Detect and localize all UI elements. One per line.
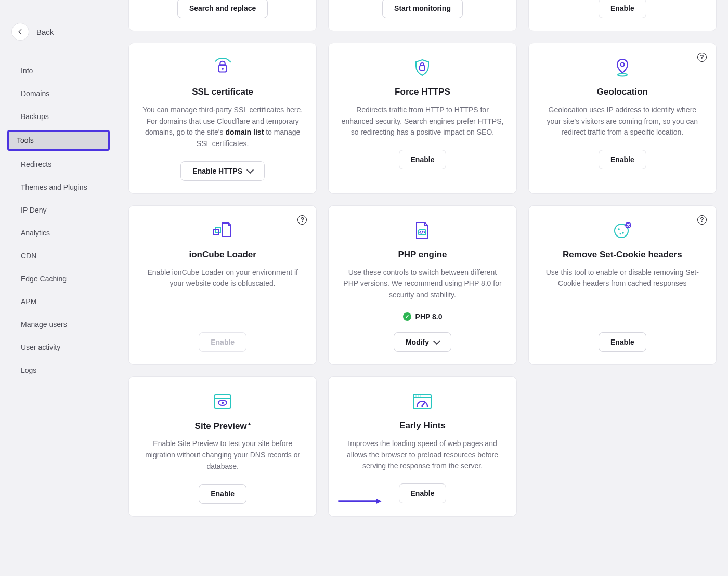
chevron-down-icon: [246, 166, 254, 174]
card-remove-set-cookie: ? Remove Set-Cookie headers Use this too…: [528, 205, 717, 365]
start-monitoring-button[interactable]: Start monitoring: [382, 0, 463, 18]
enable-button[interactable]: Enable: [399, 483, 447, 503]
enable-button: Enable: [199, 332, 246, 352]
card-title: Site Preview▴: [195, 421, 251, 431]
enable-button[interactable]: Enable: [599, 0, 646, 18]
sidebar-item-analytics[interactable]: Analytics: [6, 224, 111, 242]
sidebar-item-info[interactable]: Info: [6, 61, 111, 80]
search-and-replace-button[interactable]: Search and replace: [177, 0, 268, 18]
card-force-https: Force HTTPS Redirects traffic from HTTP …: [328, 43, 516, 194]
card-ssl-certificate: SSL certificate You can manage third-par…: [128, 43, 317, 194]
card-title: Force HTTPS: [395, 87, 450, 97]
card-title: Geolocation: [597, 87, 648, 97]
card-site-preview: Site Preview▴ Enable Site Preview to tes…: [128, 376, 317, 517]
sidebar-item-edge-caching[interactable]: Edge Caching: [6, 269, 111, 288]
card-title: PHP engine: [398, 250, 447, 260]
sidebar-item-apm[interactable]: APM: [6, 292, 111, 311]
svg-rect-2: [420, 66, 425, 70]
modify-button[interactable]: Modify: [394, 332, 451, 352]
back-row: Back: [0, 23, 117, 41]
browser-eye-icon: [213, 391, 232, 411]
card-desc: Enable Site Preview to test your site be…: [141, 438, 304, 472]
enable-button[interactable]: Enable: [599, 332, 646, 352]
map-pin-icon: [615, 58, 630, 77]
sidebar-item-manage-users[interactable]: Manage users: [6, 315, 111, 334]
svg-point-23: [422, 405, 423, 407]
card-desc: You can manage third-party SSL certifica…: [141, 104, 304, 150]
card-monitoring: your website. Use with care as it impact…: [328, 0, 516, 31]
card-geolocation: ? Geolocation Geolocation uses IP addres…: [528, 43, 717, 194]
annotation-arrow-icon: [335, 496, 385, 502]
card-title: SSL certificate: [192, 87, 253, 97]
footnote-marker: ▴: [248, 421, 251, 426]
card-ioncube-loader: ? ionCube Loader Enable ionCube Loader o…: [128, 205, 317, 365]
help-icon[interactable]: ?: [297, 215, 307, 225]
php-version-status: ✓ PHP 8.0: [403, 312, 443, 321]
card-title: Early Hints: [399, 421, 446, 431]
shield-lock-icon: [414, 58, 431, 77]
card-title: ionCube Loader: [189, 250, 256, 260]
card-top-right: Enable: [528, 0, 717, 31]
svg-point-1: [222, 68, 224, 70]
svg-point-10: [622, 232, 624, 234]
cards-grid: pain. Search and replace your website. U…: [128, 0, 717, 517]
chevron-down-icon: [433, 337, 440, 345]
svg-point-9: [618, 228, 620, 230]
sidebar-nav: Info Domains Backups Tools Redirects The…: [0, 61, 117, 384]
card-search-replace: pain. Search and replace: [128, 0, 317, 31]
sidebar-item-user-activity[interactable]: User activity: [6, 338, 111, 357]
card-desc: Use these controls to switch between dif…: [341, 267, 503, 301]
svg-point-3: [620, 63, 624, 67]
card-desc: Enable ionCube Loader on your environmen…: [141, 267, 304, 290]
card-desc: Improves the loading speed of web pages …: [341, 438, 503, 472]
main-content: pain. Search and replace your website. U…: [117, 0, 728, 576]
svg-point-11: [619, 233, 621, 234]
browser-speed-icon: [412, 391, 432, 411]
enable-https-button[interactable]: Enable HTTPS: [180, 161, 265, 181]
svg-point-16: [222, 402, 224, 404]
arrow-left-icon: [17, 28, 24, 35]
cube-file-icon: [212, 220, 233, 240]
enable-button[interactable]: Enable: [199, 484, 246, 504]
domain-list-link[interactable]: domain list: [225, 128, 264, 136]
enable-button[interactable]: Enable: [599, 150, 646, 169]
card-early-hints: Early Hints Improves the loading speed o…: [328, 376, 516, 517]
sidebar-item-tools[interactable]: Tools: [7, 130, 110, 151]
sidebar-item-domains[interactable]: Domains: [6, 84, 111, 103]
card-title: Remove Set-Cookie headers: [563, 250, 682, 260]
svg-rect-13: [214, 395, 231, 408]
check-circle-icon: ✓: [403, 312, 411, 321]
svg-point-20: [418, 395, 419, 396]
back-label: Back: [36, 28, 54, 36]
card-desc: Use this tool to enable or disable remov…: [541, 267, 704, 290]
card-desc: Geolocation uses IP address to identify …: [541, 104, 704, 138]
sidebar-item-cdn[interactable]: CDN: [6, 246, 111, 265]
svg-point-19: [415, 395, 417, 396]
sidebar-item-ip-deny[interactable]: IP Deny: [6, 201, 111, 219]
sidebar: Back Info Domains Backups Tools Redirect…: [0, 0, 117, 576]
svg-point-4: [618, 74, 627, 76]
enable-button[interactable]: Enable: [399, 150, 447, 169]
code-file-icon: [414, 220, 430, 240]
lock-refresh-icon: [213, 58, 232, 77]
cookie-remove-icon: [613, 220, 632, 240]
sidebar-item-logs[interactable]: Logs: [6, 361, 111, 379]
help-icon[interactable]: ?: [697, 53, 707, 62]
sidebar-item-redirects[interactable]: Redirects: [6, 155, 111, 174]
svg-point-21: [420, 395, 421, 396]
card-desc: Redirects traffic from HTTP to HTTPS for…: [341, 104, 503, 138]
help-icon[interactable]: ?: [697, 215, 707, 225]
back-button[interactable]: [11, 23, 29, 41]
card-php-engine: PHP engine Use these controls to switch …: [328, 205, 516, 365]
sidebar-item-themes-plugins[interactable]: Themes and Plugins: [6, 178, 111, 197]
sidebar-item-backups[interactable]: Backups: [6, 107, 111, 126]
